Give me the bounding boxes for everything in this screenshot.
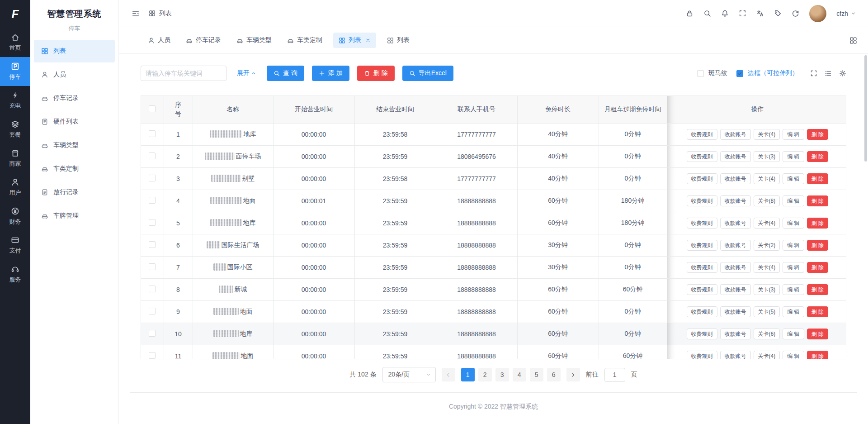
rail-item-services[interactable]: 服务 (0, 260, 30, 289)
delete-row-button[interactable]: 删 除 (807, 284, 828, 295)
delete-row-button[interactable]: 删 除 (807, 351, 828, 360)
edit-button[interactable]: 编 辑 (783, 151, 804, 162)
rail-item-payment[interactable]: 支付 (0, 231, 30, 260)
delete-row-button[interactable]: 删 除 (807, 329, 828, 339)
gate-button[interactable]: 关卡(4) (754, 262, 780, 273)
page-button-1[interactable]: 1 (461, 368, 475, 381)
translate-icon[interactable] (756, 10, 764, 17)
tab-options-icon[interactable] (849, 37, 857, 44)
row-checkbox[interactable] (149, 152, 156, 159)
payment-account-button[interactable]: 收款账号 (720, 284, 751, 295)
fee-rules-button[interactable]: 收费规则 (687, 351, 717, 360)
row-checkbox[interactable] (149, 219, 156, 226)
sidebar-item-hardware-list[interactable]: 硬件列表 (34, 110, 115, 133)
delete-button[interactable]: 删 除 (357, 66, 395, 81)
fee-rules-button[interactable]: 收费规则 (687, 195, 717, 206)
row-checkbox[interactable] (149, 263, 156, 270)
sidebar-item-vehicle-types[interactable]: 车辆类型 (34, 134, 115, 157)
rail-item-packages[interactable]: 套餐 (0, 115, 30, 144)
rail-item-finance[interactable]: 财务 (0, 202, 30, 231)
edit-button[interactable]: 编 辑 (783, 173, 804, 184)
delete-row-button[interactable]: 删 除 (807, 195, 828, 206)
next-page-button[interactable] (566, 368, 580, 381)
row-settings-icon[interactable] (825, 70, 832, 77)
add-button[interactable]: 添 加 (312, 66, 349, 81)
delete-row-button[interactable]: 删 除 (807, 262, 828, 273)
sidebar-item-vehicle-custom[interactable]: 车类定制 (34, 157, 115, 180)
user-avatar[interactable] (809, 5, 826, 22)
fee-rules-button[interactable]: 收费规则 (687, 240, 717, 251)
gate-button[interactable]: 关卡(4) (754, 129, 780, 140)
gate-button[interactable]: 关卡(4) (754, 218, 780, 229)
row-checkbox[interactable] (149, 241, 156, 248)
page-button-6[interactable]: 6 (547, 368, 561, 381)
rail-item-charging[interactable]: 充电 (0, 86, 30, 115)
page-button-2[interactable]: 2 (478, 368, 492, 381)
search-input[interactable] (141, 66, 226, 81)
payment-account-button[interactable]: 收款账号 (720, 306, 751, 317)
delete-row-button[interactable]: 删 除 (807, 173, 828, 184)
delete-row-button[interactable]: 删 除 (807, 151, 828, 162)
fee-rules-button[interactable]: 收费规则 (687, 284, 717, 295)
expand-toggle[interactable]: 展开 (237, 69, 256, 77)
edit-button[interactable]: 编 辑 (783, 240, 804, 251)
payment-account-button[interactable]: 收款账号 (720, 351, 751, 360)
row-checkbox[interactable] (149, 308, 156, 314)
zebra-stripe-checkbox[interactable] (697, 70, 704, 77)
row-checkbox[interactable] (149, 286, 156, 292)
payment-account-button[interactable]: 收款账号 (720, 329, 751, 339)
scrollbar-thumb[interactable] (864, 55, 867, 162)
delete-row-button[interactable]: 删 除 (807, 240, 828, 251)
fee-rules-button[interactable]: 收费规则 (687, 329, 717, 339)
edit-button[interactable]: 编 辑 (783, 351, 804, 360)
lock-icon[interactable] (686, 10, 693, 17)
border-checkbox[interactable] (736, 70, 743, 77)
payment-account-button[interactable]: 收款账号 (720, 129, 751, 140)
page-button-4[interactable]: 4 (513, 368, 526, 381)
search-icon[interactable] (703, 10, 711, 17)
payment-account-button[interactable]: 收款账号 (720, 151, 751, 162)
tab-list-2[interactable]: 列表 (382, 33, 414, 48)
gate-button[interactable]: 关卡(6) (754, 329, 780, 339)
gate-button[interactable]: 关卡(3) (754, 151, 780, 162)
export-excel-button[interactable]: 导出Excel (402, 66, 453, 81)
tag-icon[interactable] (774, 10, 782, 17)
settings-gear-icon[interactable] (839, 70, 846, 77)
sidebar-item-plate-management[interactable]: 车牌管理 (34, 205, 115, 227)
payment-account-button[interactable]: 收款账号 (720, 240, 751, 251)
row-checkbox[interactable] (149, 197, 156, 204)
tab-personnel[interactable]: 人员 (143, 33, 175, 48)
payment-account-button[interactable]: 收款账号 (720, 218, 751, 229)
edit-button[interactable]: 编 辑 (783, 262, 804, 273)
rail-item-parking[interactable]: 停车 (0, 57, 30, 86)
row-checkbox[interactable] (149, 130, 156, 137)
fullscreen-icon[interactable] (739, 10, 746, 17)
refresh-icon[interactable] (792, 10, 799, 17)
collapse-sidebar-icon[interactable] (132, 10, 140, 18)
sidebar-item-release-records[interactable]: 放行记录 (34, 181, 115, 204)
payment-account-button[interactable]: 收款账号 (720, 173, 751, 184)
gate-button[interactable]: 关卡(3) (754, 284, 780, 295)
query-button[interactable]: 查 询 (267, 66, 304, 81)
payment-account-button[interactable]: 收款账号 (720, 195, 751, 206)
prev-page-button[interactable] (442, 368, 455, 381)
edit-button[interactable]: 编 辑 (783, 306, 804, 317)
fee-rules-button[interactable]: 收费规则 (687, 151, 717, 162)
tab-vehicle-custom[interactable]: 车类定制 (283, 33, 327, 48)
rail-item-merchants[interactable]: 商家 (0, 144, 30, 173)
delete-row-button[interactable]: 删 除 (807, 218, 828, 229)
gate-button[interactable]: 关卡(2) (754, 240, 780, 251)
select-all-checkbox[interactable] (149, 105, 156, 112)
fee-rules-button[interactable]: 收费规则 (687, 173, 717, 184)
sidebar-item-parking-records[interactable]: 停车记录 (34, 87, 115, 110)
app-logo[interactable]: F (0, 0, 30, 28)
row-checkbox[interactable] (149, 352, 156, 359)
gate-button[interactable]: 关卡(4) (754, 173, 780, 184)
sidebar-item-list[interactable]: 列表 (34, 40, 115, 62)
edit-button[interactable]: 编 辑 (783, 129, 804, 140)
row-checkbox[interactable] (149, 330, 156, 337)
fee-rules-button[interactable]: 收费规则 (687, 129, 717, 140)
page-button-3[interactable]: 3 (495, 368, 509, 381)
goto-page-input[interactable] (604, 368, 625, 382)
row-checkbox[interactable] (149, 175, 156, 181)
